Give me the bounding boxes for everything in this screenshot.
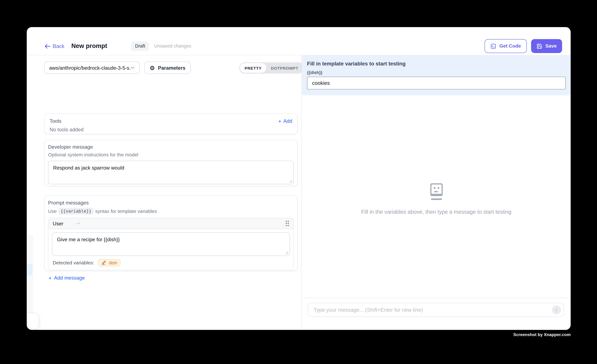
chat-input-wrap: ↑	[308, 303, 564, 317]
back-label: Back	[53, 43, 64, 49]
message-body: Give me a recipe for {{dish}} Detected v…	[48, 229, 293, 270]
add-message-label: Add message	[54, 275, 85, 281]
header-row: Back New prompt Draft Unsaved changes Ge…	[45, 39, 562, 53]
toggle-pretty[interactable]: PRETTY	[240, 63, 266, 73]
test-panel: Fill in template variables to start test…	[302, 55, 571, 330]
developer-textarea-wrap: Respond as jack sparrow would	[48, 161, 294, 184]
model-select[interactable]: aws/anthropic/bedrock-claude-3-5-s...	[44, 61, 140, 74]
page-title: New prompt	[71, 43, 107, 49]
view-mode-toggle: PRETTY DOTPROMPT	[239, 62, 304, 74]
chat-empty-state: Fill in the variables above, then type a…	[302, 183, 571, 215]
role-select-value: User	[53, 220, 63, 226]
message-header: User	[48, 218, 293, 229]
detected-variables-label: Detected variables:	[53, 260, 94, 265]
watermark-text: Screenshot by Xnapper.com	[513, 332, 571, 337]
pencil-icon	[102, 260, 107, 265]
back-button[interactable]: Back	[45, 43, 64, 49]
get-code-button[interactable]: Get Code	[485, 39, 527, 53]
plus-icon: +	[48, 275, 52, 281]
template-variables-title: Fill in template variables to start test…	[307, 61, 566, 67]
robot-face-icon	[429, 183, 443, 201]
message-textarea-wrap: Give me a recipe for {{dish}}	[52, 232, 290, 256]
status-badge: Draft	[131, 41, 149, 51]
save-button[interactable]: Save	[531, 39, 562, 53]
chat-input-bar: ↑	[302, 298, 571, 330]
arrow-up-icon: ↑	[555, 307, 558, 313]
developer-message-textarea[interactable]: Respond as jack sparrow would	[48, 161, 294, 184]
role-select[interactable]: User	[53, 220, 80, 226]
chevron-down-icon	[77, 222, 80, 225]
plus-icon: +	[278, 118, 281, 124]
detected-variables-row: Detected variables: dish	[52, 256, 290, 270]
header: Back New prompt Draft Unsaved changes Ge…	[27, 27, 571, 55]
variable-chip-label: dish	[109, 260, 117, 265]
hint-prefix: Use	[48, 209, 57, 214]
get-code-label: Get Code	[499, 43, 521, 49]
arrow-left-icon	[45, 44, 50, 48]
template-variables-box: Fill in template variables to start test…	[302, 55, 571, 95]
toggle-dotprompt[interactable]: DOTPROMPT	[266, 63, 303, 73]
tools-empty-text: No tools added	[50, 127, 292, 132]
parameters-label: Parameters	[158, 65, 185, 71]
tools-title: Tools	[50, 118, 62, 124]
drag-handle[interactable]	[285, 220, 289, 227]
parameters-button[interactable]: ⚙ Parameters	[144, 61, 191, 74]
clipped-side-panel-highlight	[27, 264, 32, 276]
prompt-messages-card: Prompt messages Use {{variable}} syntax …	[44, 196, 298, 271]
developer-message-subtitle: Optional system instructions for the mod…	[48, 152, 294, 158]
app-window: Back New prompt Draft Unsaved changes Ge…	[27, 27, 571, 330]
prompt-messages-title: Prompt messages	[48, 200, 294, 205]
model-select-value: aws/anthropic/bedrock-claude-3-5-s...	[49, 65, 131, 71]
developer-message-card: Developer message Optional system instru…	[44, 140, 298, 186]
grip-dots-icon	[285, 220, 289, 227]
unsaved-changes-label: Unsaved changes	[154, 43, 191, 49]
message-textarea[interactable]: Give me a recipe for {{dish}}	[52, 232, 290, 256]
send-button[interactable]: ↑	[552, 305, 561, 314]
hint-suffix: syntax for template variables	[95, 209, 157, 214]
tools-card: Tools + Add No tools added	[44, 114, 298, 134]
add-tool-button[interactable]: + Add	[278, 118, 292, 124]
chat-message-input[interactable]	[308, 307, 552, 313]
variable-chip-dish[interactable]: dish	[98, 259, 121, 266]
prompt-editor-column: aws/anthropic/bedrock-claude-3-5-s... ⚙ …	[27, 55, 302, 330]
add-message-button[interactable]: + Add message	[48, 275, 85, 281]
variable-value-input[interactable]	[307, 77, 566, 90]
gear-icon: ⚙	[150, 65, 155, 71]
chevron-down-icon	[131, 67, 135, 69]
message-block: User	[48, 218, 294, 270]
variable-code-chip: {{variable}}	[59, 208, 93, 214]
variable-syntax-hint: Use {{variable}} syntax for template var…	[48, 208, 294, 214]
save-label: Save	[545, 43, 557, 49]
tools-header-row: Tools + Add	[50, 118, 292, 124]
save-icon	[536, 43, 542, 49]
resize-handle-icon[interactable]	[285, 251, 289, 254]
developer-message-title: Developer message	[48, 144, 294, 150]
variable-key-label: {{dish}}	[307, 70, 566, 75]
add-tool-label: Add	[283, 118, 292, 124]
clipped-popover-corner	[27, 313, 39, 330]
resize-handle-icon[interactable]	[289, 180, 292, 183]
empty-state-text: Fill in the variables above, then type a…	[361, 209, 511, 215]
terminal-icon	[490, 43, 496, 49]
screenshot-stage: Back New prompt Draft Unsaved changes Ge…	[0, 0, 597, 364]
